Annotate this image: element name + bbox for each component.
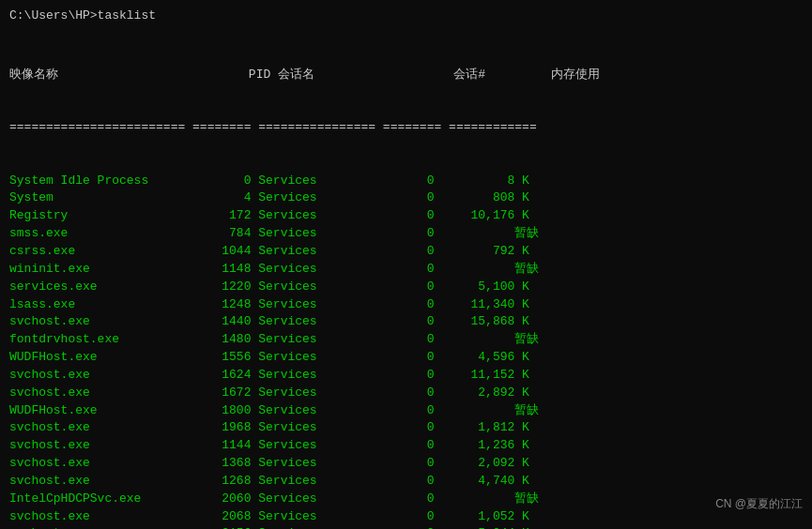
table-row: WUDFHost.exe 1556 Services 0 4,596 K bbox=[9, 349, 803, 367]
table-row: svchost.exe 1968 Services 0 1,812 K bbox=[9, 419, 803, 437]
table-row: Registry 172 Services 0 10,176 K bbox=[9, 207, 803, 225]
table-row: svchost.exe 1368 Services 0 2,092 K bbox=[9, 455, 803, 473]
table-row: fontdrvhost.exe 1480 Services 0 暂缺 bbox=[9, 331, 803, 349]
table-row: svchost.exe 2156 Services 0 5,944 K bbox=[9, 525, 803, 529]
table-row: IntelCpHDCPSvc.exe 2060 Services 0 暂缺 bbox=[9, 491, 803, 508]
table-row: svchost.exe 1624 Services 0 11,152 K bbox=[9, 367, 803, 385]
table-row: smss.exe 784 Services 0 暂缺 bbox=[9, 225, 803, 243]
table-row: System Idle Process 0 Services 0 8 K bbox=[9, 173, 803, 190]
table-row: csrss.exe 1044 Services 0 792 K bbox=[9, 243, 803, 261]
table-row: WUDFHost.exe 1800 Services 0 暂缺 bbox=[9, 402, 803, 420]
table-row: svchost.exe 1672 Services 0 2,892 K bbox=[9, 385, 803, 402]
table-row: svchost.exe 1144 Services 0 1,236 K bbox=[9, 437, 803, 455]
table-container: 映像名称 PID 会话名 会话# 内存使用 ==================… bbox=[9, 31, 803, 529]
table-row: wininit.exe 1148 Services 0 暂缺 bbox=[9, 261, 803, 279]
header-row: 映像名称 PID 会话名 会话# 内存使用 bbox=[9, 67, 803, 84]
separator-row: ======================== ======== ======… bbox=[9, 119, 803, 137]
table-row: svchost.exe 1268 Services 0 4,740 K bbox=[9, 473, 803, 491]
table-row: services.exe 1220 Services 0 5,100 K bbox=[9, 279, 803, 296]
table-row: lsass.exe 1248 Services 0 11,340 K bbox=[9, 296, 803, 314]
watermark: CN @夏夏的江江 bbox=[715, 496, 803, 512]
cmd-prompt: C:\Users\HP>tasklist bbox=[9, 8, 803, 25]
table-row: svchost.exe 1440 Services 0 15,868 K bbox=[9, 313, 803, 331]
table-row: System 4 Services 0 808 K bbox=[9, 189, 803, 207]
table-row: svchost.exe 2068 Services 0 1,052 K bbox=[9, 508, 803, 526]
